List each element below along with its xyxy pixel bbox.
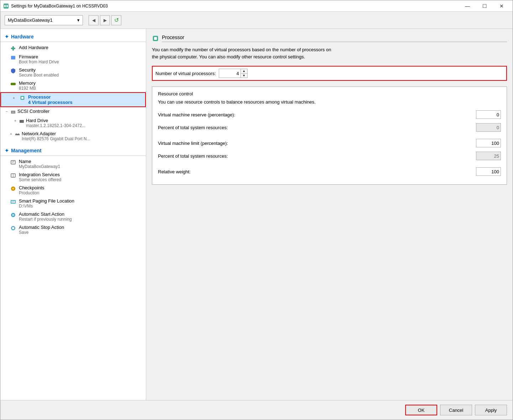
- resource-control-box: Resource control You can use resource co…: [152, 86, 507, 185]
- memory-content: Memory 8192 MB: [19, 80, 36, 91]
- dropdown-arrow-icon: ▾: [77, 17, 80, 23]
- section-title: Processor: [162, 35, 507, 42]
- management-section-icon: ✦: [5, 148, 9, 153]
- sidebar-item-auto-start[interactable]: Automatic Start Action Restart if previo…: [0, 210, 146, 223]
- svg-rect-21: [11, 161, 15, 164]
- svg-rect-7: [11, 83, 12, 85]
- title-bar-left: Settings for MyDataBoxGateway1 on HCSSRV…: [3, 3, 108, 9]
- firmware-sub: Boot from Hard Drive: [19, 59, 59, 64]
- svg-rect-19: [16, 133, 17, 134]
- resource-row-4: Relative weight:: [158, 167, 501, 176]
- sidebar-item-hard-drive[interactable]: + Hard Drive master.1.2.18252.1-304-2472…: [0, 116, 146, 130]
- svg-point-17: [22, 121, 23, 122]
- button-bar: OK Cancel Apply: [0, 400, 513, 420]
- sidebar: ✦ Hardware Add Hardware: [0, 29, 146, 400]
- resource-input-3: [476, 152, 501, 160]
- resource-label-1: Percent of total system resources:: [158, 125, 476, 130]
- memory-label: Memory: [19, 80, 36, 86]
- svg-rect-37: [154, 37, 157, 40]
- resource-input-0[interactable]: [476, 110, 501, 119]
- hardware-section-header: ✦ Hardware: [0, 32, 146, 42]
- sidebar-item-add-hardware[interactable]: Add Hardware: [0, 43, 146, 53]
- scsi-content: SCSI Controller: [17, 109, 49, 114]
- resource-row-3: Percent of total system resources:: [158, 152, 501, 160]
- auto-stop-icon: [10, 225, 16, 231]
- cancel-button[interactable]: Cancel: [440, 405, 472, 415]
- resource-row-0: Virtual machine reserve (percentage):: [158, 110, 501, 119]
- sidebar-item-memory[interactable]: Memory 8192 MB: [0, 79, 146, 92]
- sidebar-item-auto-stop[interactable]: Automatic Stop Action Save: [0, 223, 146, 236]
- ok-button[interactable]: OK: [405, 405, 437, 415]
- svg-rect-10: [15, 83, 15, 85]
- spin-up-button[interactable]: ▲: [241, 69, 247, 73]
- resource-row-1: Percent of total system resources:: [158, 123, 501, 132]
- maximize-button[interactable]: ☐: [476, 0, 493, 12]
- processor-count-input-wrapper: ▲ ▼: [219, 69, 248, 78]
- resource-input-2[interactable]: [476, 139, 501, 147]
- network-icon: [15, 132, 20, 137]
- add-hardware-content: Add Hardware: [19, 45, 48, 50]
- svg-rect-18: [15, 134, 20, 135]
- auto-start-label: Automatic Start Action: [19, 211, 72, 217]
- processor-content: Processor 4 Virtual processors: [28, 94, 73, 105]
- hard-drive-sub: master.1.2.18252.1-304-2472...: [26, 123, 85, 128]
- forward-button[interactable]: ▶: [100, 15, 110, 25]
- auto-start-sub: Restart if previously running: [19, 217, 72, 222]
- svg-rect-12: [21, 97, 23, 99]
- spin-buttons: ▲ ▼: [240, 69, 247, 78]
- processor-count-label: Number of virtual processors:: [155, 71, 216, 76]
- checkpoints-label: Checkpoints: [19, 185, 44, 190]
- svg-rect-1: [4, 5, 6, 7]
- sidebar-item-integration[interactable]: Integration Services Some services offer…: [0, 170, 146, 184]
- resource-input-4[interactable]: [476, 167, 501, 176]
- hard-drive-icon: [19, 119, 25, 124]
- network-expander-icon: +: [9, 131, 13, 137]
- resource-label-4: Relative weight:: [158, 169, 476, 174]
- sidebar-item-checkpoints[interactable]: Checkpoints Production: [0, 184, 146, 197]
- processor-count-input[interactable]: [219, 69, 240, 78]
- sidebar-item-name[interactable]: Name MyDataBoxGateway1: [0, 157, 146, 170]
- processor-icon: +: [11, 95, 17, 101]
- hard-drive-label: Hard Drive: [26, 118, 85, 123]
- close-button[interactable]: ✕: [493, 0, 510, 12]
- minimize-button[interactable]: —: [459, 0, 476, 12]
- integration-sub: Some services offered: [19, 177, 61, 182]
- hardware-section-label: Hardware: [11, 34, 34, 40]
- sidebar-item-firmware[interactable]: Firmware Boot from Hard Drive: [0, 53, 146, 66]
- refresh-button[interactable]: ↺: [111, 15, 121, 25]
- sidebar-item-network[interactable]: + Network Adapter Intel(R) 82576 Gigabit…: [0, 130, 146, 143]
- hard-drive-content: Hard Drive master.1.2.18252.1-304-2472..…: [26, 118, 85, 128]
- management-section-header: ✦ Management: [0, 146, 146, 156]
- svg-rect-9: [14, 83, 14, 85]
- processor-section-icon: [152, 35, 159, 42]
- apply-button[interactable]: Apply: [475, 405, 507, 415]
- svg-rect-20: [18, 133, 19, 134]
- main-window: Settings for MyDataBoxGateway1 on HCSSRV…: [0, 0, 513, 420]
- smart-paging-content: Smart Paging File Location D:\VMs: [19, 198, 74, 209]
- sidebar-item-scsi[interactable]: − SCSI Controller: [0, 107, 146, 116]
- integration-content: Integration Services Some services offer…: [19, 172, 61, 182]
- expand-icon: +: [13, 96, 15, 100]
- content-area: ✦ Hardware Add Hardware: [0, 29, 513, 400]
- sidebar-item-security[interactable]: Security Secure Boot enabled: [0, 66, 146, 79]
- checkpoints-sub: Production: [19, 190, 44, 195]
- checkpoints-icon: [10, 186, 16, 191]
- sidebar-item-smart-paging[interactable]: Smart Paging File Location D:\VMs: [0, 197, 146, 210]
- main-panel: Processor You can modify the number of v…: [146, 29, 513, 400]
- resource-label-3: Percent of total system resources:: [158, 153, 476, 159]
- resource-label-2: Virtual machine limit (percentage):: [158, 141, 476, 146]
- spin-down-button[interactable]: ▼: [241, 73, 247, 78]
- firmware-content: Firmware Boot from Hard Drive: [19, 54, 59, 64]
- svg-rect-2: [6, 5, 8, 7]
- svg-point-27: [12, 188, 14, 190]
- smart-paging-sub: D:\VMs: [19, 204, 74, 209]
- security-sub: Secure Boot enabled: [19, 73, 59, 78]
- resource-label-0: Virtual machine reserve (percentage):: [158, 112, 476, 117]
- name-icon: [10, 159, 16, 165]
- back-button[interactable]: ◀: [89, 15, 99, 25]
- name-sub: MyDataBoxGateway1: [19, 164, 60, 169]
- vm-dropdown[interactable]: MyDataBoxGateway1 ▾: [5, 15, 83, 25]
- processor-label: Processor: [28, 94, 73, 100]
- nav-buttons: ◀ ▶ ↺: [89, 15, 121, 25]
- sidebar-item-processor[interactable]: + Processor 4 Virtual processors: [0, 92, 146, 107]
